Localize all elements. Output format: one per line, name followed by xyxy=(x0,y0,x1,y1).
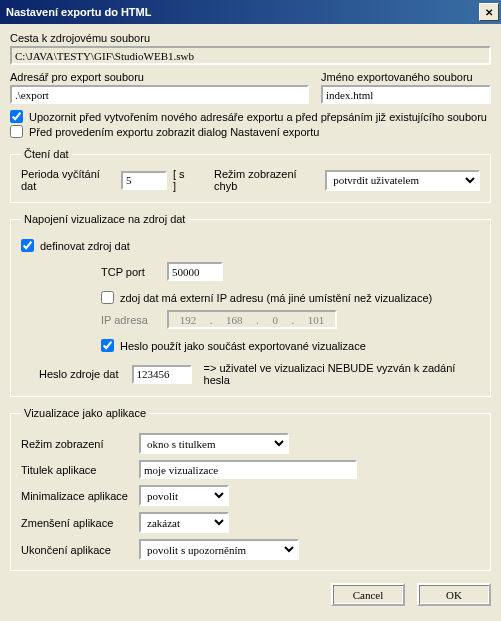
period-input[interactable] xyxy=(121,171,167,190)
period-label: Perioda vyčítání dat xyxy=(21,168,115,192)
minimize-select[interactable]: povolit xyxy=(139,485,229,506)
external-ip-label: zdoj dat má externí IP adresu (má jiné u… xyxy=(120,292,432,304)
export-file-label: Jméno exportovaného souboru xyxy=(321,71,491,83)
pwd-note: => uživatel ve vizualizaci NEBUDE vyzván… xyxy=(204,362,480,386)
error-mode-select[interactable]: potvrdit uživatelem xyxy=(325,170,480,191)
tcp-port-label: TCP port xyxy=(101,266,161,278)
reading-group: Čtení dat Perioda vyčítání dat [ s ] Rež… xyxy=(10,148,491,203)
app-group: Vizualizace jako aplikace Režim zobrazen… xyxy=(10,407,491,571)
close-mode-label: Ukončení aplikace xyxy=(21,544,129,556)
resize-select[interactable]: zakázat xyxy=(139,512,229,533)
app-title-label: Titulek aplikace xyxy=(21,464,129,476)
reading-legend: Čtení dat xyxy=(21,148,72,160)
display-mode-select[interactable]: okno s titulkem xyxy=(139,433,289,454)
close-icon[interactable]: ✕ xyxy=(479,3,499,21)
ip-label: IP adresa xyxy=(101,314,161,326)
warn-checkbox[interactable] xyxy=(10,110,23,123)
close-mode-select[interactable]: povolit s upozorněním xyxy=(139,539,299,560)
export-file-input[interactable] xyxy=(321,85,491,104)
connection-legend: Napojení vizualizace na zdroj dat xyxy=(21,213,188,225)
pwd-label: Heslo zdroje dat xyxy=(39,368,126,380)
ip-address-input: 192. 168. 0. 101 xyxy=(167,310,337,329)
export-dir-input[interactable] xyxy=(10,85,309,104)
minimize-label: Minimalizace aplikace xyxy=(21,490,129,502)
app-legend: Vizualizace jako aplikace xyxy=(21,407,149,419)
define-source-label: definovat zdroj dat xyxy=(40,240,130,252)
source-path-input xyxy=(10,46,491,65)
warn-label: Upozornit před vytvořením nového adresář… xyxy=(29,111,487,123)
resize-label: Zmenšení aplikace xyxy=(21,517,129,529)
presettings-checkbox[interactable] xyxy=(10,125,23,138)
pwd-part-label: Heslo použít jako součást exportované vi… xyxy=(120,340,366,352)
export-dir-label: Adresář pro export souboru xyxy=(10,71,309,83)
tcp-port-input[interactable] xyxy=(167,262,223,281)
ok-button[interactable]: OK xyxy=(417,583,491,606)
error-mode-label: Režim zobrazení chyb xyxy=(214,168,319,192)
connection-group: Napojení vizualizace na zdroj dat defino… xyxy=(10,213,491,397)
define-source-checkbox[interactable] xyxy=(21,239,34,252)
cancel-button[interactable]: Cancel xyxy=(331,583,405,606)
pwd-part-checkbox[interactable] xyxy=(101,339,114,352)
period-unit: [ s ] xyxy=(173,168,190,192)
external-ip-checkbox[interactable] xyxy=(101,291,114,304)
window-title: Nastavení exportu do HTML xyxy=(6,6,151,18)
presettings-label: Před provedením exportu zobrazit dialog … xyxy=(29,126,319,138)
pwd-input[interactable] xyxy=(132,365,192,384)
display-mode-label: Režim zobrazení xyxy=(21,438,129,450)
app-title-input[interactable] xyxy=(139,460,357,479)
source-path-label: Cesta k zdrojovému souboru xyxy=(10,32,491,44)
